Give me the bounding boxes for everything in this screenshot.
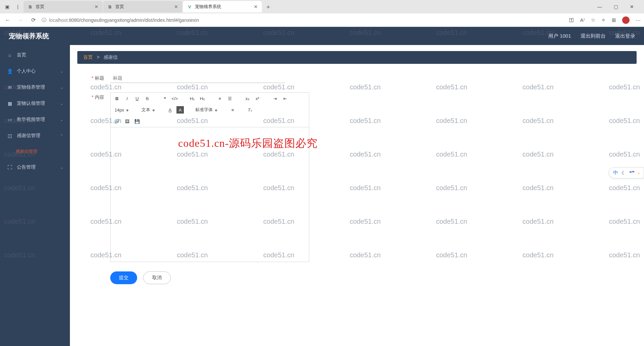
key-icon[interactable]: ⚿: [569, 17, 574, 23]
maximize-icon[interactable]: ▢: [611, 4, 620, 9]
tab-strip: ▣ | 🗎 首页 ✕ 🗎 首页 ✕ V 宠物领养系统 ✕ ＋ — ▢ ✕: [0, 0, 644, 13]
h2-icon[interactable]: H₂: [199, 95, 206, 102]
unordered-list-icon[interactable]: ☰: [226, 95, 234, 102]
sidebar-item-notice[interactable]: ⛶ 公告管理 ⌄: [0, 159, 70, 175]
browser-chrome: ▣ | 🗎 首页 ✕ 🗎 首页 ✕ V 宠物领养系统 ✕ ＋ — ▢ ✕ ← →…: [0, 0, 644, 27]
sidebar-item-label: 宠物认领管理: [17, 100, 45, 106]
underline-icon[interactable]: U: [133, 95, 141, 102]
tab-title: 首页: [36, 4, 44, 10]
strike-icon[interactable]: S: [144, 95, 151, 102]
profile-avatar[interactable]: [622, 16, 630, 24]
sidebar-item-label: 教学视频管理: [17, 117, 45, 123]
address-bar: ← → ⟳ ⓘ localhost:8080/chongwulingyangxi…: [0, 13, 644, 27]
user-icon: 👤: [7, 68, 13, 74]
save-icon[interactable]: 💾: [133, 118, 141, 125]
browser-tab[interactable]: 🗎 首页 ✕: [24, 1, 103, 12]
sidebar-item-video[interactable]: ▭ 教学视频管理 ⌄: [0, 112, 70, 128]
chevron-up-icon: ⌃: [60, 134, 63, 138]
h1-icon[interactable]: H₁: [189, 95, 196, 102]
refresh-icon[interactable]: ⟳: [29, 17, 38, 23]
breadcrumb: 首页 > 感谢信: [77, 51, 637, 64]
link-icon[interactable]: 🔗: [113, 118, 121, 125]
breadcrumb-home[interactable]: 首页: [83, 54, 93, 60]
back-icon[interactable]: ←: [3, 17, 12, 23]
sidebar-item-label: 首页: [17, 52, 26, 58]
logout-link[interactable]: 退出登录: [615, 33, 635, 39]
mail-icon: ✉: [7, 84, 13, 90]
code-icon[interactable]: </>: [171, 95, 178, 102]
site-info-icon[interactable]: ⓘ: [42, 17, 46, 23]
topbar: 宠物领养系统 用户 1001 退出到前台 退出登录: [0, 27, 644, 45]
forward-icon[interactable]: →: [16, 17, 25, 23]
tab-title: 宠物领养系统: [195, 4, 221, 10]
content-label: *内容: [83, 92, 104, 100]
outdent-icon[interactable]: ⇤: [281, 95, 289, 102]
align-icon[interactable]: ≡: [229, 106, 236, 114]
close-window-icon[interactable]: ✕: [627, 4, 637, 9]
rich-editor: B I U S ❝ </> H₁ H₂ ≡: [110, 92, 309, 262]
superscript-icon[interactable]: x²: [254, 95, 261, 102]
cancel-button[interactable]: 取消: [143, 271, 171, 284]
text-style-select[interactable]: 文本◆: [140, 107, 156, 113]
chevron-down-icon: ⌄: [60, 101, 63, 106]
sidebar-item-profile[interactable]: 👤 个人中心 ⌄: [0, 63, 70, 79]
minimize-icon[interactable]: —: [595, 4, 604, 9]
app: 宠物领养系统 用户 1001 退出到前台 退出登录 ⌂ 首页 👤 个人中心 ⌄ …: [0, 27, 644, 346]
user-label[interactable]: 用户 1001: [548, 33, 571, 39]
bold-icon[interactable]: B: [113, 95, 121, 102]
title-label: *标题: [83, 73, 104, 81]
ime-cn-label: 中: [613, 170, 618, 176]
ordered-list-icon[interactable]: ≡: [216, 95, 224, 102]
favorite-icon[interactable]: ☆: [591, 17, 595, 23]
tab-title: 首页: [115, 4, 124, 10]
app-title: 宠物领养系统: [9, 32, 49, 41]
browser-tab[interactable]: 🗎 首页 ✕: [103, 1, 182, 12]
page-icon: 🗎: [28, 4, 33, 9]
content-area: 首页 > 感谢信 *标题 *内容 B: [70, 45, 644, 346]
clear-format-icon[interactable]: Tₓ: [246, 106, 254, 114]
editor-body[interactable]: [111, 127, 309, 262]
font-family-select[interactable]: 标准字体◆: [194, 107, 219, 113]
sidebar-item-claim[interactable]: ▦ 宠物认领管理 ⌄: [0, 95, 70, 112]
font-color-icon[interactable]: A: [166, 106, 174, 114]
exit-to-front-link[interactable]: 退出到前台: [580, 33, 606, 39]
chevron-right-icon[interactable]: ›: [638, 170, 640, 176]
italic-icon[interactable]: I: [123, 95, 131, 102]
divider: |: [13, 4, 23, 9]
quote-icon: ❝❞: [629, 170, 635, 176]
url-path: :8080/chongwulingyangxitong/admin/dist/i…: [68, 17, 199, 23]
collections-icon[interactable]: ✧: [601, 17, 606, 23]
crop-icon: ◫: [7, 133, 13, 139]
image-icon[interactable]: 🖼: [123, 118, 131, 125]
extensions-icon[interactable]: ⊞: [612, 17, 616, 23]
editor-toolbar: B I U S ❝ </> H₁ H₂ ≡: [111, 93, 309, 127]
url-box[interactable]: ⓘ localhost:8080/chongwulingyangxitong/a…: [42, 17, 565, 23]
new-tab-button[interactable]: ＋: [263, 1, 274, 12]
read-aloud-icon[interactable]: A⁾: [580, 17, 585, 23]
sidebar-item-label: 感谢信管理: [17, 133, 40, 139]
title-input[interactable]: [110, 73, 285, 83]
sidebar: ⌂ 首页 👤 个人中心 ⌄ ✉ 宠物领养管理 ⌄ ▦ 宠物认领管理 ⌄ ▭ 教学…: [0, 45, 70, 346]
browser-tab-active[interactable]: V 宠物领养系统 ✕: [183, 1, 262, 12]
subscript-icon[interactable]: x₂: [244, 95, 251, 102]
sidebar-item-adopt[interactable]: ✉ 宠物领养管理 ⌄: [0, 79, 70, 95]
more-icon[interactable]: ⋯: [636, 17, 641, 23]
moon-icon: ☾: [621, 170, 626, 176]
font-size-select[interactable]: 14px◆: [113, 107, 130, 113]
close-icon[interactable]: ✕: [254, 4, 258, 9]
close-icon[interactable]: ✕: [174, 4, 178, 9]
form: *标题 *内容 B I U S: [77, 64, 637, 294]
home-icon: ⌂: [7, 52, 13, 58]
quote-icon[interactable]: ❝: [161, 95, 168, 102]
submit-button[interactable]: 提交: [110, 271, 137, 284]
bg-color-icon[interactable]: A: [176, 106, 184, 114]
close-icon[interactable]: ✕: [94, 4, 98, 9]
window-menu-icon[interactable]: ▣: [2, 4, 12, 9]
indent-icon[interactable]: ⇥: [271, 95, 279, 102]
sidebar-item-thanks[interactable]: ◫ 感谢信管理 ⌃: [0, 128, 70, 144]
ime-widget[interactable]: 中 ☾ ❝❞ ›: [609, 167, 644, 178]
window-controls: — ▢ ✕: [595, 4, 642, 9]
sidebar-sub-thanks[interactable]: 感谢信管理: [0, 144, 70, 159]
chevron-down-icon: ⌄: [60, 69, 63, 74]
sidebar-item-home[interactable]: ⌂ 首页: [0, 47, 70, 63]
